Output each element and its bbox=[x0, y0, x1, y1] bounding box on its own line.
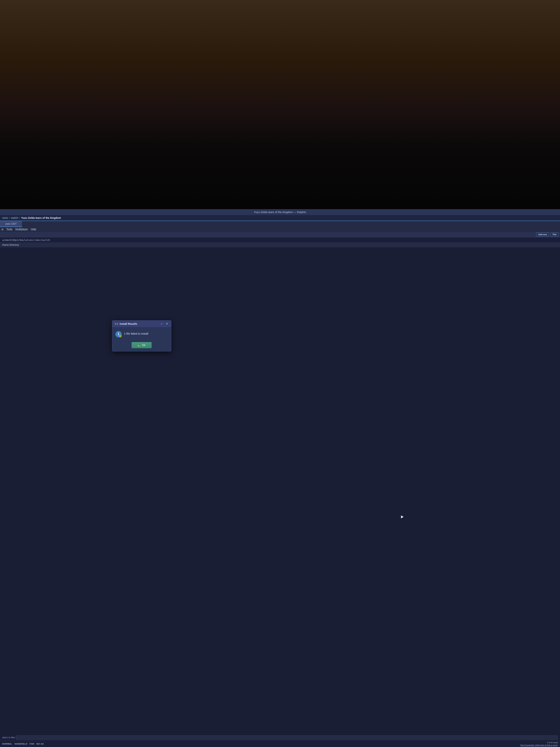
breadcrumb-sep-1: > bbox=[9, 216, 10, 220]
toolbar-file-label[interactable]: File bbox=[551, 233, 559, 237]
dialog-titlebar: Install Results ✓ ✕ bbox=[112, 320, 171, 327]
dialog-title: Install Results bbox=[119, 323, 159, 325]
window-title: Yuzu Zelda tears of the kingdom — Dolphi… bbox=[254, 211, 306, 214]
ok-label: OK bbox=[142, 344, 145, 346]
path-bar: a/mmcblk0p1/Emulation/roms/switch bbox=[0, 238, 560, 242]
filter-label: attern to filter bbox=[2, 736, 15, 739]
path-text: a/mmcblk0p1/Emulation/roms/switch bbox=[2, 239, 50, 241]
dialog-message: 1 file failed to install bbox=[124, 331, 148, 335]
tab-bar: yuzu 1327 bbox=[0, 221, 560, 227]
menu-bar: w Tools Multiplayer Help bbox=[0, 227, 560, 232]
breadcrumb: roms > switch > Yuzu Zelda tears of the … bbox=[0, 215, 560, 221]
status-bar: NORMAL HANDHELD FSR NO AA 0 of 0 result … bbox=[0, 741, 560, 747]
dialog-ok-button[interactable]: 🐢 OK bbox=[132, 342, 152, 348]
ok-icon: 🐢 bbox=[138, 344, 141, 346]
yuzu-logo-icon bbox=[114, 322, 118, 326]
status-mode-handheld[interactable]: HANDHELD bbox=[15, 743, 27, 745]
install-results-dialog: Install Results ✓ ✕ i 🐢 1 file failed to… bbox=[112, 320, 171, 352]
breadcrumb-current: Yuzu Zelda tears of the kingdom bbox=[21, 216, 61, 220]
main-content: Install Results ✓ ✕ i 🐢 1 file failed to… bbox=[0, 247, 560, 735]
filter-input[interactable] bbox=[16, 736, 558, 740]
menu-item-help[interactable]: Help bbox=[31, 228, 36, 231]
svg-text:i: i bbox=[118, 332, 119, 336]
dialog-body: i 🐢 1 file failed to install bbox=[112, 327, 171, 340]
toolbar-addons-label[interactable]: Add-ons bbox=[536, 233, 549, 237]
toolbar: Add-ons File bbox=[0, 232, 560, 238]
menu-item-multiplayer[interactable]: Multiplayer bbox=[16, 228, 28, 231]
application-screen: Yuzu Zelda tears of the kingdom — Dolphi… bbox=[0, 209, 560, 747]
svg-text:🐢: 🐢 bbox=[119, 335, 122, 337]
menu-item-w[interactable]: w bbox=[1, 228, 3, 231]
breadcrumb-sep-2: > bbox=[19, 216, 20, 220]
filter-bar: attern to filter bbox=[0, 735, 560, 741]
status-right: 0 of 0 result Not Connected. Click here … bbox=[521, 742, 558, 746]
menu-item-tools[interactable]: Tools bbox=[6, 228, 12, 231]
status-mode-fsr[interactable]: FSR bbox=[30, 743, 34, 745]
status-connection[interactable]: Not Connected. Click here to find a room… bbox=[521, 744, 558, 746]
breadcrumb-switch[interactable]: switch bbox=[11, 216, 18, 220]
tab-yuzu[interactable]: yuzu 1327 bbox=[0, 221, 22, 227]
dialog-footer: 🐢 OK bbox=[112, 340, 171, 351]
breadcrumb-roms[interactable]: roms bbox=[2, 216, 8, 220]
dialog-minimize-btn[interactable]: ✓ bbox=[160, 323, 164, 325]
dialog-info-icon: i 🐢 bbox=[115, 331, 122, 338]
dialog-overlay: Install Results ✓ ✕ i 🐢 1 file failed to… bbox=[0, 247, 560, 735]
status-modes: NORMAL HANDHELD FSR NO AA bbox=[2, 743, 44, 745]
dialog-close-btn[interactable]: ✕ bbox=[165, 323, 169, 325]
status-mode-noaa[interactable]: NO AA bbox=[36, 743, 44, 745]
window-title-bar: Yuzu Zelda tears of the kingdom — Dolphi… bbox=[0, 209, 560, 215]
status-result: 0 of 0 result bbox=[547, 742, 558, 744]
status-mode-normal[interactable]: NORMAL bbox=[2, 743, 12, 745]
section-header: Game Directory bbox=[0, 242, 560, 247]
